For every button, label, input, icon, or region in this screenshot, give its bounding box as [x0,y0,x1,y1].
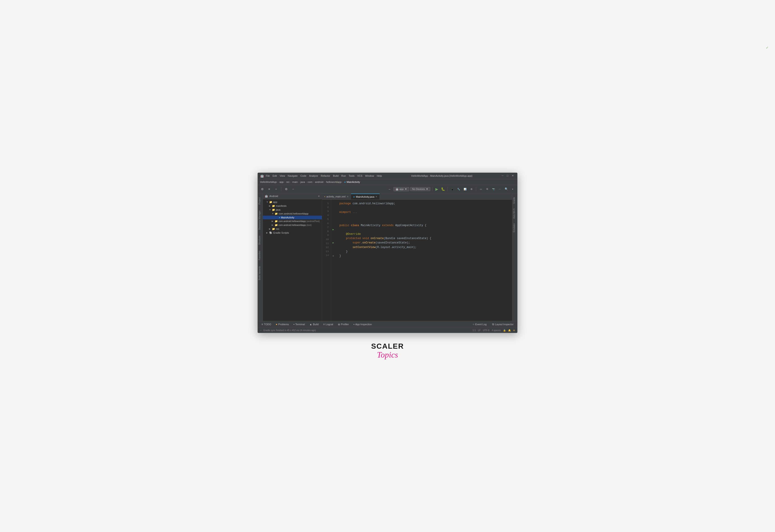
tree-res[interactable]: ▶ 📁 res [263,227,322,231]
profile-button[interactable]: 📊 [462,186,468,192]
expand-arrow-androidtest[interactable]: ▶ [272,220,274,222]
more-button[interactable]: ⋯ [497,186,503,192]
menu-run[interactable]: Run [341,174,346,177]
favorites-label[interactable]: Favorites [258,249,263,262]
gear-button[interactable]: ▪ [510,186,515,192]
breadcrumb-mainactivity[interactable]: MainActivity [347,181,360,183]
event-log-tab[interactable]: ○ Event Log [471,322,488,326]
menu-code[interactable]: Code [301,174,306,177]
terminal-button[interactable]: ▭ [478,186,483,192]
encoding-indicator[interactable]: LF [478,329,481,332]
code-editor: 1 2 3 4 5 6 7 8 9 10 11 12 13 14 [322,200,512,321]
snapshot-button[interactable]: 📷 [491,186,496,192]
breadcrumb-app[interactable]: app [280,181,284,183]
fold-gutter-13[interactable]: ⊖ [333,254,335,258]
settings2-button[interactable]: ⚙ [284,186,289,192]
back-button[interactable]: ← [387,186,393,192]
menu-help[interactable]: Help [377,174,382,177]
tab-xml-close[interactable]: ✕ [347,195,349,198]
settings-button[interactable]: ⚙ [260,186,265,192]
breadcrumb-java[interactable]: java [301,181,305,183]
logcat-tab[interactable]: ≡ Logcat [321,322,335,326]
menu-analyze[interactable]: Analyze [309,174,318,177]
expand-arrow-java[interactable]: ▼ [269,209,271,211]
debug-button[interactable]: 🐛 [440,186,446,192]
axis-wifi-label[interactable]: Axis Wi-Fi [512,207,517,220]
charset-indicator[interactable]: UTF-8 [483,329,489,332]
menu-vcs[interactable]: VCS [357,174,362,177]
tree-java[interactable]: ▼ 📁 java [263,208,322,212]
minimize-button[interactable]: ─ [502,174,505,177]
structure-button[interactable]: ÷ [273,186,279,192]
tab-java-close[interactable]: ✕ [375,195,377,198]
device-selector[interactable]: No Devices ▼ [410,187,430,191]
dropdown-arrow-icon[interactable]: ▼ [318,195,320,197]
avd-button[interactable]: 📱 [449,186,455,192]
expand-arrow-gradle[interactable]: ▶ [266,232,269,234]
menu-navigate[interactable]: Navigate [288,174,298,177]
emulator-label[interactable]: Emulator [512,221,517,234]
position-indicator[interactable]: 1:1 [472,329,476,332]
expand-arrow-com[interactable]: ▼ [272,212,274,215]
app-inspection-tab[interactable]: ▪ App Inspection [352,322,374,326]
maximize-button[interactable]: □ [507,174,510,177]
project-panel-label[interactable]: Project [258,196,263,206]
gutter-7: ▶ [332,228,336,232]
layout-button[interactable]: ⧉ [484,186,490,192]
code-content[interactable]: package com.android.helloworldapp; ⊟impo… [337,200,512,321]
structure-label[interactable]: Structure [258,234,263,247]
tab-activity-xml[interactable]: ▪ activity_main.xml ✕ [322,194,351,199]
indent-indicator[interactable]: 4 spaces [492,329,501,332]
sync-button[interactable]: ≡ [267,186,272,192]
gradle-label[interactable]: Gradle [512,195,517,206]
menu-build[interactable]: Build [333,174,339,177]
profiler-label: Profiler [341,323,349,326]
expand-arrow-manifests[interactable]: ▶ [269,205,271,207]
tree-app[interactable]: ▼ 📁 app [263,200,322,204]
terminal-tab[interactable]: ▪ Terminal [292,322,307,326]
close-button[interactable]: ✕ [512,174,515,177]
breadcrumb-android[interactable]: android [315,181,324,183]
run-button[interactable]: ▶ [434,187,439,192]
menu-tools[interactable]: Tools [349,174,354,177]
notification-icon[interactable]: 🔔 [508,329,511,332]
warning-icon[interactable]: ⊗ [513,329,515,332]
expand-arrow-test[interactable]: ▶ [272,224,274,226]
run-gutter-icon-10[interactable]: ▶ [333,241,335,245]
breadcrumb-src[interactable]: src [286,181,290,183]
app-selector[interactable]: 🤖 app ▼ [393,187,409,191]
tree-mainactivity[interactable]: ● MainActivity [263,216,322,219]
expand-arrow-app[interactable]: ▼ [266,201,269,203]
problems-tab[interactable]: ● Problems [274,322,291,326]
todo-tab[interactable]: ≡ TODO [260,322,273,326]
profiler-tab[interactable]: ◉ Profiler [336,322,351,326]
line-num-11: 11 [322,242,330,246]
tree-androidtest[interactable]: ▶ 📁 com.android.helloworldapp (androidTe… [263,219,322,223]
build-variants-label[interactable]: Build Variants [258,264,263,282]
run-gutter-icon[interactable]: ▶ [333,228,335,232]
layout-inspector-tab[interactable]: ⧉ Layout Inspector [490,322,515,326]
build-tab[interactable]: ▲ Build [308,322,320,326]
breadcrumb-helloworldapp[interactable]: HelloWorldApp [260,181,277,183]
menu-refactor[interactable]: Refactor [321,174,330,177]
tree-com-android[interactable]: ▼ 📁 com.android.helloworldapp [263,212,322,216]
resource-manager-label[interactable]: Resource Manager [258,209,263,232]
minus-button[interactable]: − [290,186,296,192]
menu-edit[interactable]: Edit [273,174,277,177]
breadcrumb-main[interactable]: main [292,181,298,183]
settings3-button[interactable]: ⚙ [469,186,474,192]
tree-test[interactable]: ▶ 📁 com.android.helloworldapp (test) [263,223,322,227]
expand-arrow-res[interactable]: ▶ [269,228,271,230]
tab-mainactivity-java[interactable]: ● MainActivity.java ✕ [351,194,380,199]
tree-manifests[interactable]: ▶ 📁 manifests [263,204,322,208]
menu-window[interactable]: Window [365,174,374,177]
breadcrumb-helloworldapp2[interactable]: helloworldapp [326,181,341,183]
breadcrumb-com[interactable]: com [308,181,313,183]
lock-icon[interactable]: 🔒 [503,329,506,332]
tree-gradle[interactable]: ▶ 🐘 Gradle Scripts [263,231,322,235]
search-button[interactable]: 🔍 [503,186,509,192]
menu-view[interactable]: View [280,174,285,177]
gutter-3 [332,210,336,215]
sdk-button[interactable]: 🔧 [456,186,461,192]
menu-file[interactable]: File [266,174,270,177]
